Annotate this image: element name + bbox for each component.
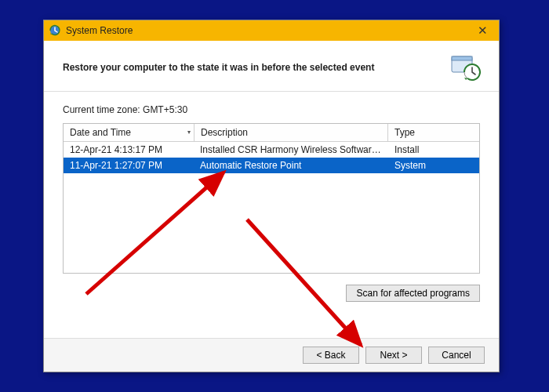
wizard-footer: < Back Next > Cancel [44,338,499,372]
table-row[interactable]: 12-Apr-21 4:13:17 PMInstalled CSR Harmon… [64,142,479,158]
cell-type: Install [388,142,479,158]
restore-clock-icon [449,52,483,83]
scan-affected-button[interactable]: Scan for affected programs [346,285,480,302]
back-button[interactable]: < Back [303,347,359,364]
table-row[interactable]: 11-Apr-21 1:27:07 PMAutomatic Restore Po… [64,158,479,173]
cell-type: System [388,158,479,173]
restore-icon [49,24,61,37]
system-restore-dialog: System Restore ✕ Restore your computer t… [43,20,500,372]
cell-date: 12-Apr-21 4:13:17 PM [64,142,194,158]
column-header-type[interactable]: Type [388,124,479,141]
timezone-label: Current time zone: GMT+5:30 [63,104,480,115]
wizard-header: Restore your computer to the state it wa… [44,41,499,92]
cell-date: 11-Apr-21 1:27:07 PM [64,158,194,173]
svg-rect-2 [452,56,472,60]
titlebar[interactable]: System Restore ✕ [44,20,499,41]
sort-indicator-icon: ▾ [187,129,191,136]
cell-desc: Automatic Restore Point [194,158,388,173]
column-header-description[interactable]: Description [195,124,388,141]
restore-points-table[interactable]: Date and Time ▾ Description Type 12-Apr-… [63,123,480,274]
next-button[interactable]: Next > [365,347,422,364]
cancel-button[interactable]: Cancel [428,347,485,364]
header-text: Restore your computer to the state it wa… [63,62,441,73]
column-header-date[interactable]: Date and Time ▾ [64,124,195,141]
column-header-date-label: Date and Time [70,127,131,138]
window-title: System Restore [66,25,133,36]
cell-desc: Installed CSR Harmony Wireless Software … [194,142,388,158]
close-button[interactable]: ✕ [471,23,494,38]
